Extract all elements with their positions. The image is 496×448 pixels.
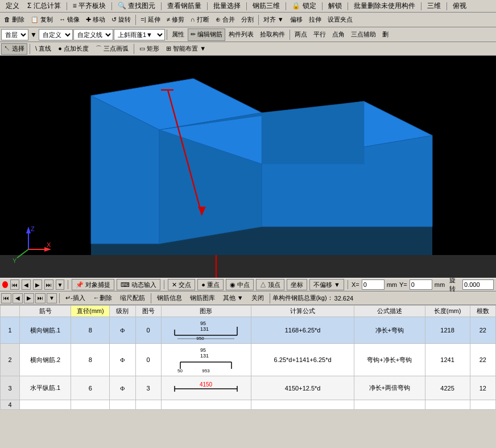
midpoint-btn[interactable]: ● 重点 — [197, 279, 224, 290]
line-snap-button[interactable]: \ 直线 — [32, 43, 54, 55]
trim-button[interactable]: ≠ 修剪 — [164, 14, 187, 26]
y-input[interactable] — [410, 280, 432, 290]
menu-align-panel[interactable]: ≡ 平齐板块 — [69, 0, 109, 12]
nav-next-btn[interactable]: ▶ — [33, 280, 42, 290]
set-grip-button[interactable]: 设置夹点 — [325, 14, 356, 26]
row-barname-1: 横向钢筋.1 — [19, 317, 71, 344]
menu-top-view[interactable]: 俯视 — [449, 0, 470, 12]
row-count-2: 22 — [470, 344, 495, 376]
row-shapenum-1: 0 — [135, 317, 161, 344]
vertex-btn[interactable]: △ 顶点 — [256, 279, 284, 290]
menu-find-element[interactable]: 🔍 查找图元 — [114, 0, 159, 12]
intersection-btn[interactable]: ✕ 交点 — [168, 279, 195, 290]
rebar-shrink-btn[interactable]: 缩尺配筋 — [117, 293, 148, 304]
move-button[interactable]: ✚ 移动 — [83, 14, 108, 26]
snap-capture-btn[interactable]: 📌 对象捕提 — [72, 279, 114, 290]
rebar-diagram-btn[interactable]: 钢筋图库 — [187, 293, 218, 304]
point-length-snap-button[interactable]: ● 点加长度 — [55, 43, 92, 55]
menu-rebar-3d[interactable]: 钢筋三维 — [249, 0, 283, 12]
rebar-nav-last[interactable]: ⏭ — [35, 293, 46, 303]
mirror-button[interactable]: ↔ 镜像 — [56, 14, 82, 26]
split-button[interactable]: 分割 — [238, 14, 257, 26]
menu-view-rebar[interactable]: 查看钢筋量 — [164, 0, 205, 12]
nav-next-next-btn[interactable]: ⏭ — [44, 280, 53, 290]
floor-select[interactable]: 首层 — [1, 29, 28, 40]
three-point-arc-button[interactable]: ⌒ 三点画弧 — [93, 43, 131, 55]
row-count-1: 22 — [470, 317, 495, 344]
custom-line-select[interactable]: 自定义线▼ — [73, 29, 113, 40]
menu-define[interactable]: 定义 — [2, 0, 23, 12]
menu-total-calc[interactable]: Σ 汇总计算 — [24, 0, 64, 12]
menu-unlock[interactable]: 解锁 — [325, 0, 345, 12]
rebar-nav-down[interactable]: ▼ — [47, 293, 57, 303]
th-diameter: 直径(mm) — [71, 306, 110, 317]
tb-sep-4 — [290, 30, 290, 40]
select-snap-button[interactable]: ↖ 选择 — [1, 43, 27, 55]
delete-button[interactable]: 🗑 删除 — [1, 14, 27, 26]
custom-select[interactable]: 自定义 — [39, 29, 73, 40]
nav-prev-btn[interactable]: ◀ — [22, 280, 31, 290]
two-point-button[interactable]: 两点 — [292, 28, 310, 41]
table-row[interactable]: 3 水平纵筋.1 6 Φ 3 4150 4150+12.5*d 净长+两倍弯钩 … — [1, 376, 496, 400]
row-num-2: 2 — [1, 344, 20, 376]
row-desc-3: 净长+两倍弯钩 — [354, 376, 425, 400]
row-diameter-3[interactable]: 6 — [71, 376, 110, 400]
center-btn[interactable]: ◉ 中点 — [226, 279, 254, 290]
rebar-insert-btn[interactable]: ↵-插入 — [62, 293, 89, 304]
point-angle-button[interactable]: 点角 — [329, 28, 348, 41]
menu-3d[interactable]: 三维 — [424, 0, 444, 12]
rectangle-button[interactable]: ▭ 矩形 — [137, 43, 162, 55]
rotate-button[interactable]: ↺ 旋转 — [109, 14, 134, 26]
rebar-nav-next[interactable]: ▶ — [24, 293, 34, 303]
menu-batch-delete[interactable]: 批量删除未使用构件 — [350, 0, 419, 12]
table-row[interactable]: 4 — [1, 400, 496, 410]
rebar-nav-prev[interactable]: ◀ — [13, 293, 23, 303]
row-diameter-2[interactable]: 8 — [71, 344, 110, 376]
menu-batch-select[interactable]: 批量选择 — [210, 0, 244, 12]
th-shape-num: 图号 — [135, 306, 161, 317]
rotate-input[interactable] — [462, 280, 494, 290]
shape2-svg: 95 131 953 50 — [169, 345, 243, 373]
stretch-button[interactable]: 拉伸 — [306, 14, 324, 26]
row-barname-3: 水平纵筋.1 — [19, 376, 71, 400]
y-label: Y= — [399, 281, 407, 288]
properties-button[interactable]: 属性 — [169, 28, 187, 41]
snap-sep-2 — [134, 44, 134, 54]
rain-select[interactable]: 上斜雨蓬1▼ — [114, 29, 165, 40]
rebar-delete-btn[interactable]: ←删除 — [90, 293, 115, 304]
menu-sep-2 — [111, 2, 112, 10]
no-offset-btn[interactable]: 不偏移 ▼ — [309, 279, 344, 290]
pick-component-button[interactable]: 拾取构件 — [257, 28, 288, 41]
menu-lock[interactable]: 🔒 锁定 — [288, 0, 319, 12]
coord-btn[interactable]: 坐标 — [287, 279, 307, 290]
merge-button[interactable]: ⊕ 合并 — [213, 14, 238, 26]
status-sep-2 — [164, 280, 164, 289]
row-num-1: 1 — [1, 317, 20, 344]
smart-layout-button[interactable]: ⊞ 智能布置 ▼ — [163, 43, 209, 55]
dynamic-input-btn[interactable]: ⌨ 动态输入 — [117, 279, 160, 290]
align-button[interactable]: 对齐 ▼ — [261, 14, 287, 26]
rebar-other-btn[interactable]: 其他 ▼ — [220, 293, 247, 304]
nav-down-btn[interactable]: ▼ — [56, 280, 65, 290]
status-sep-1 — [68, 280, 68, 289]
edit-rebar-button[interactable]: ✏ 编辑钢筋 — [188, 28, 225, 41]
row-num-4: 4 — [1, 400, 20, 410]
offset-button[interactable]: 偏移 — [287, 14, 305, 26]
nav-prev-prev-btn[interactable]: ⏮ — [10, 280, 19, 290]
parallel-button[interactable]: 平行 — [311, 28, 329, 41]
row-diameter-1[interactable]: 8 — [71, 317, 110, 344]
svg-rect-1 — [0, 255, 496, 278]
rebar-info-btn[interactable]: 钢筋信息 — [154, 293, 185, 304]
copy-button[interactable]: 📋 复制 — [28, 14, 56, 26]
table-row[interactable]: 2 横向钢筋.2 8 Φ 0 95 131 953 50 — [1, 344, 496, 376]
break-button[interactable]: ∩ 打断 — [188, 14, 212, 26]
component-list-button[interactable]: 构件列表 — [226, 28, 257, 41]
delete-small-button[interactable]: 删 — [379, 28, 391, 41]
table-row[interactable]: 1 横向钢筋.1 8 Φ 0 95 131 — [1, 317, 496, 344]
three-point-aux-button[interactable]: 三点辅助 — [348, 28, 379, 41]
rebar-nav-first[interactable]: ⏮ — [1, 293, 11, 303]
rebar-close-btn[interactable]: 关闭 — [248, 293, 267, 304]
row-diameter-4[interactable] — [71, 400, 110, 410]
extend-button[interactable]: =| 延伸 — [138, 14, 163, 26]
x-input[interactable] — [362, 280, 385, 290]
